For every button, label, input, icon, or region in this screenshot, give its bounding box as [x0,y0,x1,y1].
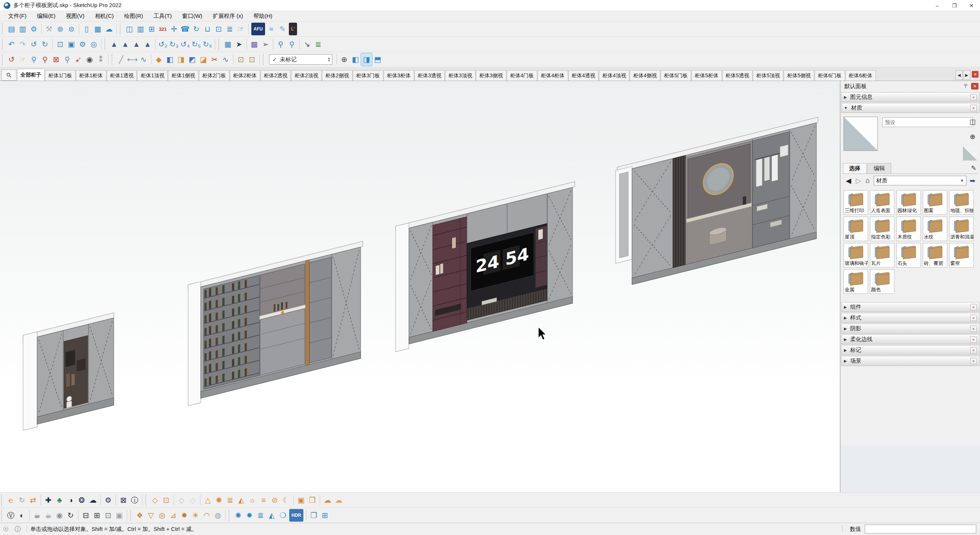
palette-circle-icon[interactable]: ◐ [16,509,27,522]
scene-search-button[interactable]: ⚲ [2,70,16,81]
rotate-copy-6-icon[interactable]: ↻₆ [202,38,213,51]
zoom-b-icon[interactable]: ⚲ [286,38,298,51]
cube-blue-icon[interactable]: ❒ [308,509,319,522]
light-a-icon[interactable]: ◭ [266,509,277,522]
scene-tab[interactable]: 柜体6门板 [815,70,845,81]
select-cursor-icon[interactable]: ➤ [234,38,245,51]
material-folder[interactable]: 玻璃和镜子 [843,243,868,268]
menu-item[interactable]: 扩展程序 (x) [207,11,248,21]
eyedropper-icon[interactable]: ✎ [971,164,976,172]
enscape-logo-icon[interactable]: ℮ [5,494,16,506]
edit-box-icon[interactable]: ▣ [66,38,77,51]
secondary-pane-icon[interactable]: ◫ [968,117,977,126]
panel-section[interactable]: ▶ 标记 × [841,345,979,355]
lock-icon[interactable]: ▣ [114,509,125,522]
scene-tab[interactable]: 柜体3侧视 [476,70,506,81]
pyramid-icon-2[interactable]: ▲ [120,38,131,51]
person-box-icon[interactable]: ⊡ [161,494,172,506]
tab-scroll-right[interactable]: ▶ [963,70,970,80]
funnel-light-icon[interactable]: ▽ [145,509,156,522]
axes-icon[interactable]: ⊕ [339,53,350,66]
scene-tab[interactable]: 柜体3透视 [415,70,445,81]
material-folder[interactable]: 窗帘 [949,243,974,268]
add-circle-icon[interactable]: ✚ [43,494,54,506]
spot-light-icon[interactable]: ✹ [179,509,190,522]
tab-scroll-left[interactable]: ◀ [956,70,963,80]
rotate-copy-4-icon[interactable]: ↺₄ [180,38,191,51]
curve-redo-icon[interactable]: ↻ [40,38,51,51]
undo-icon[interactable]: ↶ [6,38,17,51]
cloud-icon[interactable]: ☁ [103,23,115,35]
scene-tab[interactable]: 柜体1顶视 [137,70,168,81]
components-grid-icon[interactable]: ▦ [92,23,103,35]
position-camera-icon[interactable]: ➹ [73,53,84,66]
dome-light-icon[interactable]: ◠ [201,509,212,522]
material-folder[interactable]: 瓦片 [870,243,894,268]
rotate-icon[interactable]: ↻ [191,23,202,35]
active-material-swatch[interactable] [963,146,977,160]
panel-section[interactable]: ▶ 组件 × [841,302,979,312]
scene-tab[interactable]: 柜体5门板 [661,70,691,81]
link-icon[interactable]: ⊚ [55,23,66,35]
image-frame-icon-1[interactable]: ⊡ [235,53,247,66]
walk-icon[interactable]: ⁑ [95,53,106,66]
shield-outline-icon[interactable]: ◇ [150,494,161,506]
menu-item[interactable]: 窗口(W) [177,11,207,21]
trash-icon[interactable]: ⊔ [202,23,213,35]
menu-item[interactable]: 工具(T) [148,11,177,21]
image-frame-icon-2[interactable]: ⊡ [247,53,258,66]
scene-tab[interactable]: 柜体2透视 [261,70,291,81]
gradient-square-icon[interactable]: ▩ [249,38,260,51]
panel-close-button[interactable]: ✕ [971,83,978,89]
section-materials[interactable]: ▼ 材质 × [841,103,979,113]
sphere-light-icon[interactable]: ◍ [212,509,223,522]
section-close-icon[interactable]: × [970,105,977,111]
adjust-sliders-icon[interactable]: ≡ [258,494,269,506]
material-folder[interactable]: 木质纹 [896,217,921,241]
panel-section[interactable]: ▶ 柔化边线 × [841,334,979,344]
panel-section[interactable]: ▶ 场景 × [841,356,979,366]
orbit-icon[interactable]: ↺ [6,53,17,66]
pyramid-icon-3[interactable]: ▲ [131,38,142,51]
material-name-input[interactable] [882,117,973,127]
asset-box-icon-2[interactable]: ❒ [307,494,318,506]
render-settings-icon[interactable]: ⚙ [103,494,114,506]
scene-tab[interactable]: 柜体5侧视 [784,70,814,81]
model-viewport[interactable]: .face{fill:#a6a8aa;stroke:#55575a;stroke… [0,81,840,492]
cloud-down-icon[interactable]: ☁ [322,494,333,506]
render-teapot-icon[interactable]: ☕ [32,509,43,522]
paste-in-place-icon[interactable]: ⊡ [55,38,66,51]
home-icon[interactable]: ⌂ [865,176,870,185]
cloud-up-icon[interactable]: ☁ [333,494,344,506]
tree-cone-icon[interactable]: ◭ [236,494,247,506]
select-region-icon[interactable]: ⊡ [213,23,224,35]
zoom-icon[interactable]: ⚲ [28,53,40,66]
split-columns-icon[interactable]: ▥ [135,23,146,35]
scene-tab[interactable]: 柜体2柜体 [230,70,260,81]
material-folder[interactable]: 沥青和混凝土 [949,217,974,241]
tag-dropdown[interactable]: ✓ 未标记 ▲▼ [269,54,332,65]
material-folder[interactable]: 石头 [896,243,921,268]
droplet-icon[interactable]: ❍ [277,509,288,522]
material-folder[interactable]: 地毯、织物 [949,190,974,215]
cube-ghost-icon-2[interactable]: ◇ [187,494,198,506]
edge-line-icon[interactable]: ╱ [116,53,127,66]
curve-pick-icon[interactable]: ∿ [138,53,149,66]
scene-tab[interactable]: 柜体4顶视 [599,70,629,81]
color-grid-icon[interactable]: ▦ [222,38,234,51]
curve-undo-icon[interactable]: ↺ [28,38,40,51]
tab-edit[interactable]: 编辑 [867,163,891,173]
scene-tab[interactable]: 柜体4柜体 [538,70,568,81]
section-close-icon[interactable]: × [970,325,977,332]
geolocation-icon[interactable]: ☉ [3,525,8,533]
template-stack-icon[interactable]: ▤ [6,23,17,35]
globe-icon[interactable]: ❂ [76,494,88,506]
material-folder[interactable]: 指定色彩 [870,217,894,241]
sun-icon[interactable]: ☼ [247,494,258,506]
scene-tab[interactable]: 柜体2侧视 [322,70,352,81]
solid-intersect-icon[interactable]: ◩ [187,53,198,66]
vray-logo-icon[interactable]: Ⓥ [5,509,16,522]
view-front-icon[interactable]: ◧ [350,53,361,66]
upload-cloud-icon[interactable]: ☁ [88,494,99,506]
water-tool-icon[interactable]: ≈ [266,23,277,35]
